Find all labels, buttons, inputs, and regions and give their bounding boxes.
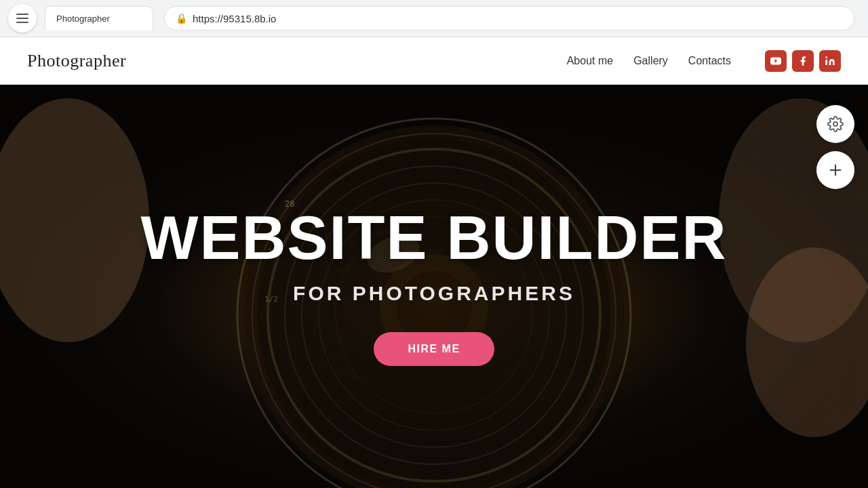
- site-nav: About me Gallery Contacts: [567, 50, 841, 72]
- hero-section: 28 2.8 1/2 WEBSITE BUILDER FOR PHOTOGRAP…: [0, 85, 868, 488]
- lock-icon: 🔒: [176, 13, 187, 24]
- add-fab[interactable]: [816, 151, 854, 189]
- hire-me-button[interactable]: HIRE ME: [374, 332, 494, 366]
- nav-contacts[interactable]: Contacts: [688, 55, 731, 67]
- nav-about[interactable]: About me: [567, 55, 613, 67]
- browser-tab[interactable]: Photographer: [45, 6, 153, 30]
- svg-point-21: [833, 122, 837, 126]
- website-wrapper: Photographer About me Gallery Contacts: [0, 37, 868, 488]
- site-logo: Photographer: [27, 51, 126, 71]
- url-text: https://95315.8b.io: [193, 13, 843, 24]
- address-bar[interactable]: 🔒 https://95315.8b.io: [164, 6, 854, 30]
- fab-container: [816, 105, 854, 189]
- social-icons: [765, 50, 841, 72]
- facebook-icon[interactable]: [792, 50, 814, 72]
- tab-title: Photographer: [56, 14, 110, 24]
- tab-bar: Photographer: [45, 0, 153, 37]
- browser-menu-button[interactable]: [8, 4, 37, 33]
- menu-line: [16, 14, 28, 15]
- hero-title: WEBSITE BUILDER: [140, 207, 727, 268]
- linkedin-icon[interactable]: [819, 50, 841, 72]
- youtube-icon[interactable]: [765, 50, 787, 72]
- menu-line: [16, 18, 28, 19]
- svg-point-0: [825, 56, 827, 58]
- hero-content: WEBSITE BUILDER FOR PHOTOGRAPHERS HIRE M…: [140, 207, 727, 366]
- browser-chrome: Photographer 🔒 https://95315.8b.io: [0, 0, 868, 37]
- settings-fab[interactable]: [816, 105, 854, 143]
- menu-line: [16, 22, 28, 23]
- nav-gallery[interactable]: Gallery: [633, 55, 668, 67]
- site-header: Photographer About me Gallery Contacts: [0, 37, 868, 85]
- hero-subtitle: FOR PHOTOGRAPHERS: [140, 282, 727, 305]
